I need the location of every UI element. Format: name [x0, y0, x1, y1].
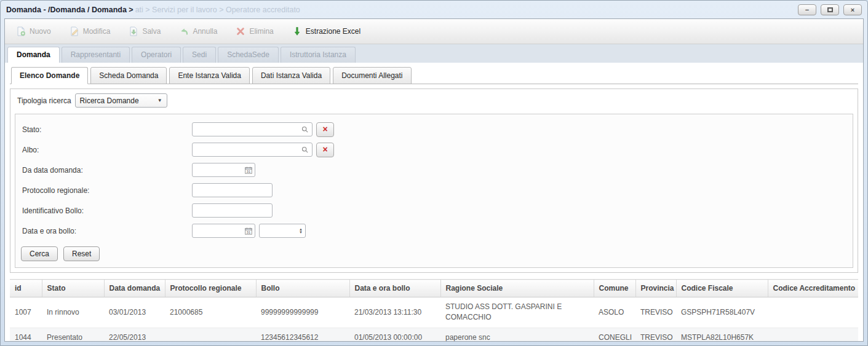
albo-clear-button[interactable]: ×: [316, 143, 334, 157]
column-header-data-domanda[interactable]: Data domanda: [104, 280, 165, 297]
excel-download-icon: [292, 26, 302, 36]
new-document-icon: [16, 26, 26, 36]
tab-dati-istanza-valida[interactable]: Dati Istanza Valida: [252, 67, 330, 84]
tab-schedasede[interactable]: SchedaSede: [218, 47, 279, 63]
column-header-stato[interactable]: Stato: [42, 280, 104, 297]
tab-documenti-allegati[interactable]: Documenti Allegati: [333, 67, 411, 84]
column-header-data-e-ora-bollo[interactable]: Data e ora bollo: [349, 280, 440, 297]
search-form: Stato: × Albo: × Da data d: [15, 114, 853, 268]
cell-data-ora-bollo: 01/05/2013 00:00:00: [349, 328, 440, 341]
annulla-label: Annulla: [193, 27, 217, 36]
estrazione-excel-label: Estrazione Excel: [306, 27, 360, 36]
tipologia-ricerca-select[interactable]: Ricerca Domande ▼: [75, 93, 167, 108]
da-data-domanda-input[interactable]: 31: [192, 163, 255, 177]
search-icon: [301, 146, 309, 154]
tab-sedi[interactable]: Sedi: [183, 47, 216, 63]
column-header-id[interactable]: id: [10, 280, 42, 297]
minimize-button[interactable]: −: [798, 4, 816, 15]
cell-codice-accreditamento: [768, 297, 858, 328]
main-tabstrip: Domanda Rappresentanti Operatori Sedi Sc…: [5, 44, 863, 63]
column-header-comune[interactable]: Comune: [594, 280, 635, 297]
svg-text:31: 31: [247, 169, 250, 173]
cell-stato: In rinnovo: [42, 297, 104, 328]
toolbar: Nuovo Modifica Salva Annulla: [5, 19, 863, 44]
form-row-stato: Stato: ×: [15, 119, 853, 140]
tipologia-ricerca-value: Ricerca Domande: [80, 96, 139, 105]
tipologia-ricerca-label: Tipologia ricerca: [17, 96, 71, 105]
cell-provincia: TREVISO: [635, 297, 676, 328]
cell-data-domanda: 03/01/2013: [104, 297, 165, 328]
search-panel: Tipologia ricerca Ricerca Domande ▼ Stat…: [10, 88, 858, 273]
stato-label: Stato:: [22, 125, 192, 134]
cell-codice-fiscale: GSPSPH71R58L407V: [676, 297, 768, 328]
cell-bollo: 12345612345612: [256, 328, 349, 341]
form-row-protocollo-regionale: Protocollo regionale:: [15, 180, 853, 200]
close-icon: ×: [851, 6, 854, 14]
stato-combo-input[interactable]: [192, 122, 313, 136]
column-header-protocollo-regionale[interactable]: Protocollo regionale: [165, 280, 256, 297]
form-row-albo: Albo: ×: [15, 140, 853, 160]
ora-bollo-spinner[interactable]: ▲ ▼: [259, 224, 306, 238]
column-header-ragione-sociale[interactable]: Ragione Sociale: [440, 280, 594, 297]
data-bollo-input[interactable]: 31: [192, 224, 255, 238]
maximize-button[interactable]: [821, 4, 839, 15]
tab-istruttoria-istanza[interactable]: Istruttoria Istanza: [281, 47, 356, 63]
cell-bollo: 99999999999999: [256, 297, 349, 328]
search-icon: [301, 125, 309, 134]
tipologia-ricerca-row: Tipologia ricerca Ricerca Domande ▼: [10, 89, 858, 111]
tab-operatori[interactable]: Operatori: [132, 47, 181, 63]
spinner-arrows-icon: ▲ ▼: [299, 228, 303, 234]
column-header-provincia[interactable]: Provincia: [635, 280, 676, 297]
annulla-button[interactable]: Annulla: [173, 23, 223, 39]
form-row-da-data-domanda: Da data domanda: 31: [15, 160, 853, 180]
nuovo-button[interactable]: Nuovo: [10, 23, 57, 39]
identificativo-bollo-input[interactable]: [192, 203, 273, 218]
tab-rappresentanti[interactable]: Rappresentanti: [62, 47, 130, 63]
reset-button[interactable]: Reset: [63, 246, 100, 261]
tab-elenco-domande[interactable]: Elenco Domande: [11, 67, 88, 84]
table-row[interactable]: 1007 In rinnovo 03/01/2013 21000685 9999…: [10, 297, 858, 328]
cell-id: 1007: [10, 297, 42, 328]
estrazione-excel-button[interactable]: Estrazione Excel: [286, 23, 367, 39]
column-header-bollo[interactable]: Bollo: [256, 280, 349, 297]
titlebar: Domanda - /Domanda / Domanda > ati > Ser…: [1, 1, 867, 18]
stato-clear-button[interactable]: ×: [316, 122, 334, 137]
spin-down-icon[interactable]: ▼: [299, 231, 303, 234]
background-breadcrumb: ati > Servizi per il lavoro > Operatore …: [135, 6, 798, 14]
svg-text:31: 31: [247, 230, 250, 234]
cell-codice-accreditamento: [768, 328, 858, 341]
column-header-codice-fiscale[interactable]: Codice Fiscale: [676, 280, 768, 297]
window-frame: Domanda - /Domanda / Domanda > ati > Ser…: [0, 0, 868, 346]
undo-icon: [179, 26, 189, 36]
table-row[interactable]: 1044 Presentato 22/05/2013 1234561234561…: [10, 328, 858, 341]
cell-comune: ASOLO: [594, 297, 635, 328]
tab-ente-istanza-valida[interactable]: Ente Istanza Valida: [169, 67, 250, 84]
protocollo-regionale-input[interactable]: [192, 183, 273, 197]
cell-stato: Presentato: [42, 328, 104, 341]
chevron-down-icon: ▼: [157, 98, 162, 103]
sub-tabstrip: Elenco Domande Scheda Domanda Ente Istan…: [10, 67, 858, 84]
calendar-icon: 31: [244, 227, 253, 235]
da-data-domanda-label: Da data domanda:: [22, 166, 192, 175]
albo-label: Albo:: [22, 146, 192, 154]
close-button[interactable]: ×: [843, 4, 862, 15]
salva-button[interactable]: Salva: [122, 23, 167, 39]
albo-combo-input[interactable]: [192, 143, 313, 157]
modifica-button[interactable]: Modifica: [63, 23, 117, 39]
maximize-icon: [827, 7, 833, 12]
cell-provincia: TREVISO: [635, 328, 676, 341]
form-row-data-ora-bollo: Data e ora bollo: 31 ▲ ▼: [15, 221, 853, 241]
grid-header-row: id Stato Data domanda Protocollo regiona…: [10, 280, 858, 297]
cell-codice-fiscale: MSTPLA82L10H657K: [676, 328, 768, 341]
search-buttons-row: Cerca Reset: [15, 241, 853, 267]
tab-domanda[interactable]: Domanda: [7, 47, 60, 63]
elimina-label: Elimina: [249, 27, 273, 36]
column-header-codice-accreditamento[interactable]: Codice Accreditamento: [768, 280, 858, 297]
save-icon: [129, 26, 138, 36]
tab-scheda-domanda[interactable]: Scheda Domanda: [90, 67, 167, 84]
edit-icon: [70, 26, 79, 36]
modifica-label: Modifica: [83, 27, 111, 36]
elimina-button[interactable]: Elimina: [229, 23, 279, 39]
cerca-button[interactable]: Cerca: [21, 246, 58, 261]
results-grid: id Stato Data domanda Protocollo regiona…: [10, 279, 858, 341]
